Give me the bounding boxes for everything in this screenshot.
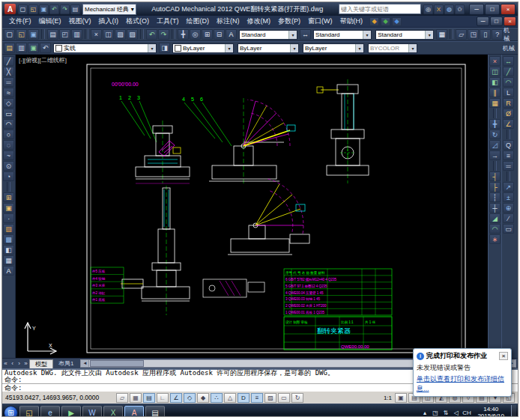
help-icon[interactable]: ?	[492, 29, 503, 40]
start-button[interactable]: ⊞	[4, 406, 18, 418]
notepad-icon[interactable]: ▤	[145, 406, 165, 418]
workspace-dropdown[interactable]: Mechanical 经典 ▾	[82, 4, 136, 15]
menu-modify[interactable]: 修改(M)	[244, 16, 275, 26]
spline-tool-icon[interactable]: ~	[3, 150, 14, 160]
point-tool-icon[interactable]: ∙	[3, 213, 14, 223]
line-tool-icon[interactable]: ╱	[3, 56, 14, 66]
search-icon[interactable]: ◎	[423, 4, 433, 14]
text-style-combo[interactable]: Standard ▾	[239, 30, 297, 40]
make-block-tool-icon[interactable]: ▣	[3, 203, 14, 213]
menu-dimension[interactable]: 标注(N)	[213, 16, 244, 26]
doc-restore-button[interactable]: □	[490, 16, 503, 26]
arc-tool-icon[interactable]: ◠	[3, 119, 14, 129]
plot-preview-icon[interactable]: ◰	[59, 29, 70, 40]
quick-properties-icon[interactable]: ▭	[278, 393, 290, 403]
polyline-tool-icon[interactable]: ≈	[3, 88, 14, 97]
array-tool-icon[interactable]: ▦	[489, 98, 501, 108]
scrollbar-thumb[interactable]	[90, 360, 144, 367]
plot-icon[interactable]: ▤	[47, 29, 58, 40]
autocad-logo-icon[interactable]: A	[4, 4, 16, 14]
drawing-canvas[interactable]: [-][俯视][二维线框] 00'00'00.00 1 2 3 4 5 6	[16, 55, 488, 358]
coordinates-readout[interactable]: 45193.0427, 14693.9657, 0.0000	[5, 394, 115, 401]
menu-format[interactable]: 格式(O)	[122, 16, 153, 26]
polygon-tool-icon[interactable]: ◇	[3, 98, 14, 108]
express-menu-icon[interactable]: ◆	[392, 17, 402, 26]
3d-object-snap-icon[interactable]: ◆	[197, 393, 209, 403]
table-style-combo[interactable]: Standard ▾	[375, 30, 434, 40]
rectangle-tool-icon[interactable]: ▭	[3, 109, 14, 118]
lineweight-combo[interactable]: ByLayer ▾	[303, 43, 364, 53]
plot-style-combo[interactable]: BYCOLOR ▾	[368, 43, 417, 53]
dim-continue-icon[interactable]: ═	[503, 161, 514, 171]
object-snap-tracking-icon[interactable]: ∴	[211, 393, 223, 403]
volume-icon[interactable]: ◁	[452, 408, 460, 417]
tab-previous-icon[interactable]: ‹	[9, 360, 16, 367]
exchange-apps-icon[interactable]: X	[434, 4, 444, 14]
tolerance-icon[interactable]: ±	[503, 192, 514, 202]
ortho-mode-icon[interactable]: ∟	[157, 393, 169, 403]
menu-view[interactable]: 视图(V)	[65, 16, 95, 26]
erase-tool-icon[interactable]: ×	[489, 56, 501, 66]
open-icon[interactable]: ◱	[16, 29, 27, 40]
copy-tool-icon[interactable]: ◫	[489, 67, 501, 76]
minimize-button[interactable]: ─	[469, 4, 484, 15]
qnew-icon[interactable]: ▢	[18, 4, 28, 14]
scroll-left-arrow-icon[interactable]: ◄	[81, 360, 89, 367]
dim-arc-length-icon[interactable]: ◠	[503, 77, 514, 87]
multileader-icon[interactable]: ↗	[503, 182, 514, 192]
mechanical-menu-icon[interactable]: ◆	[369, 17, 379, 26]
polar-tracking-icon[interactable]: ∠	[170, 393, 182, 403]
multiline-tool-icon[interactable]: ═	[3, 77, 14, 87]
layer-previous-icon[interactable]: ↶	[40, 43, 51, 53]
revision-cloud-tool-icon[interactable]: ◌	[3, 140, 14, 150]
rotate-tool-icon[interactable]: ↻	[489, 130, 501, 139]
stretch-tool-icon[interactable]: →	[489, 150, 501, 160]
network-icon[interactable]: ⇅	[441, 408, 450, 417]
region-tool-icon[interactable]: ◧	[3, 245, 14, 255]
menu-edit[interactable]: 编辑(E)	[35, 16, 65, 26]
word-icon[interactable]: W	[82, 406, 102, 418]
input-language-icon[interactable]: CH	[462, 408, 471, 417]
construction-line-tool-icon[interactable]: ╳	[3, 67, 14, 76]
table-tool-icon[interactable]: ▦	[3, 255, 14, 265]
tool-palettes-icon[interactable]: ▯	[480, 29, 491, 40]
notification-close-button[interactable]: ×	[499, 352, 508, 360]
layer-states-manager-icon[interactable]: ▥	[16, 43, 27, 53]
layer-combo[interactable]: 实线 ▾	[53, 43, 157, 53]
dynamic-ucs-icon[interactable]: △	[224, 393, 236, 403]
multiline-text-tool-icon[interactable]: A	[3, 266, 14, 276]
text-style-icon[interactable]: A	[226, 29, 237, 40]
action-center-icon[interactable]: ◳	[431, 408, 439, 417]
doc-minimize-button[interactable]: ─	[477, 16, 489, 26]
zoom-previous-icon[interactable]: ⊟	[214, 29, 225, 40]
join-tool-icon[interactable]: ┼	[489, 203, 501, 213]
dim-baseline-icon[interactable]: ≡	[503, 150, 514, 160]
snap-mode-icon[interactable]: ▦	[130, 393, 142, 403]
windows-explorer-icon[interactable]: ◱	[19, 406, 39, 418]
dim-aligned-icon[interactable]: ╱	[503, 67, 514, 76]
excel-icon[interactable]: X	[103, 406, 123, 418]
insert-block-tool-icon[interactable]: ⊞	[3, 192, 14, 202]
object-snap-icon[interactable]: ◇	[184, 393, 196, 403]
undo-icon[interactable]: ↶	[49, 4, 59, 14]
circle-tool-icon[interactable]: ○	[3, 130, 14, 139]
menu-parametric[interactable]: 参数(P)	[274, 16, 304, 26]
autocad-mechanical-icon[interactable]: A	[124, 406, 144, 418]
model-space-icon[interactable]: ▣	[395, 393, 407, 403]
save-icon[interactable]: ▣	[39, 4, 49, 14]
taskbar-clock[interactable]: 14:40 2015/6/10	[474, 406, 508, 417]
undo-icon[interactable]: ↶	[146, 29, 157, 40]
ellipse-tool-icon[interactable]: ⊙	[3, 161, 14, 171]
close-button[interactable]: ×	[501, 4, 516, 15]
dim-angular-icon[interactable]: ∠	[503, 119, 514, 129]
plot-icon[interactable]: ▤	[70, 4, 80, 14]
infocenter-search-input[interactable]	[339, 4, 421, 14]
dim-linear-icon[interactable]: ↔	[503, 56, 514, 66]
extend-tool-icon[interactable]: ├	[489, 182, 501, 192]
tab-last-icon[interactable]: »	[22, 360, 29, 367]
quick-dimension-icon[interactable]: Q	[503, 140, 514, 150]
center-mark-icon[interactable]: ⊕	[503, 203, 514, 213]
tab-layout1[interactable]: 布局1	[53, 359, 79, 368]
zoom-realtime-icon[interactable]: ◎	[190, 29, 201, 40]
offset-tool-icon[interactable]: ∥	[489, 88, 501, 97]
